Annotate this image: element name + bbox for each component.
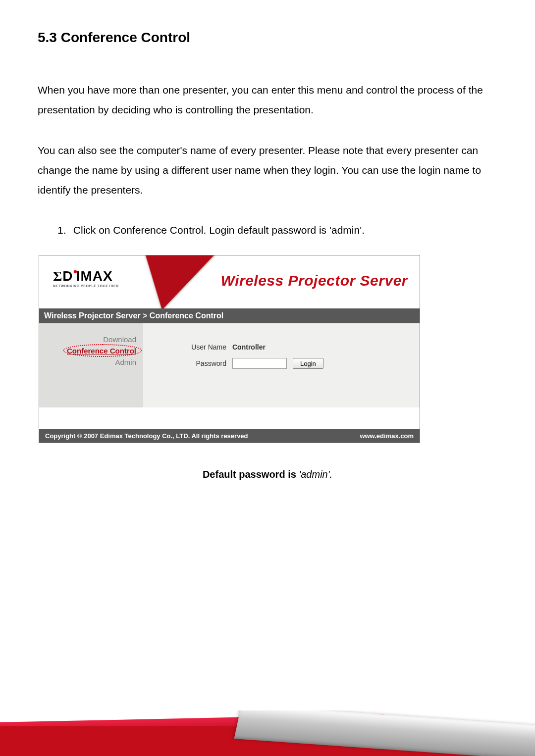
footer-url: www.edimax.com xyxy=(360,432,414,440)
logo-tagline: NETWORKING PEOPLE TOGETHER xyxy=(53,284,119,288)
screenshot-body: Download Conference Control Admin User N… xyxy=(39,323,420,407)
password-input[interactable] xyxy=(232,358,287,369)
section-title: 5.3 Conference Control xyxy=(38,30,497,46)
header-decoration-triangle xyxy=(103,255,218,308)
login-row-username: User Name Controller xyxy=(183,343,420,351)
list-number: 1. xyxy=(57,220,70,240)
login-row-password: Password Login xyxy=(183,358,420,369)
edimax-logo: ΣD●IMAX xyxy=(53,269,113,283)
intro-paragraph-1: When you have more than one presenter, y… xyxy=(38,80,497,120)
username-value: Controller xyxy=(232,343,266,351)
breadcrumb: Wireless Projector Server > Conference C… xyxy=(39,308,420,323)
intro-paragraph-2: You can also see the computer's name of … xyxy=(38,141,497,200)
screenshot-footer: Copyright © 2007 Edimax Technology Co., … xyxy=(39,429,420,443)
caption: Default password is 'admin'. xyxy=(38,469,497,480)
password-label: Password xyxy=(183,359,232,367)
embedded-screenshot: ΣD●IMAX NETWORKING PEOPLE TOGETHER Wirel… xyxy=(39,255,420,443)
logo-text: IMAX xyxy=(76,268,113,284)
sidebar-item-download[interactable]: Download xyxy=(39,335,136,344)
product-title: Wireless Projector Server xyxy=(221,272,408,289)
instruction-list: 1. Click on Conference Control. Login de… xyxy=(38,220,497,240)
copyright-text: Copyright © 2007 Edimax Technology Co., … xyxy=(45,432,248,440)
list-item: 1. Click on Conference Control. Login de… xyxy=(57,220,497,240)
screenshot-spacer xyxy=(39,407,420,429)
caption-value: 'admin'. xyxy=(299,469,332,480)
sidebar-item-conference-control[interactable]: Conference Control xyxy=(39,347,136,355)
username-label: User Name xyxy=(183,343,232,351)
sidebar-item-admin[interactable]: Admin xyxy=(39,358,136,366)
sidebar: Download Conference Control Admin xyxy=(39,323,143,407)
screenshot-header: ΣD●IMAX NETWORKING PEOPLE TOGETHER Wirel… xyxy=(39,255,420,308)
login-button[interactable]: Login xyxy=(293,358,323,369)
list-text: Click on Conference Control. Login defau… xyxy=(73,224,365,236)
page-number: 32 xyxy=(0,711,535,721)
manual-page: 5.3 Conference Control When you have mor… xyxy=(0,0,535,756)
caption-bold: Default password is xyxy=(203,469,299,480)
login-panel: User Name Controller Password Login xyxy=(143,323,420,407)
